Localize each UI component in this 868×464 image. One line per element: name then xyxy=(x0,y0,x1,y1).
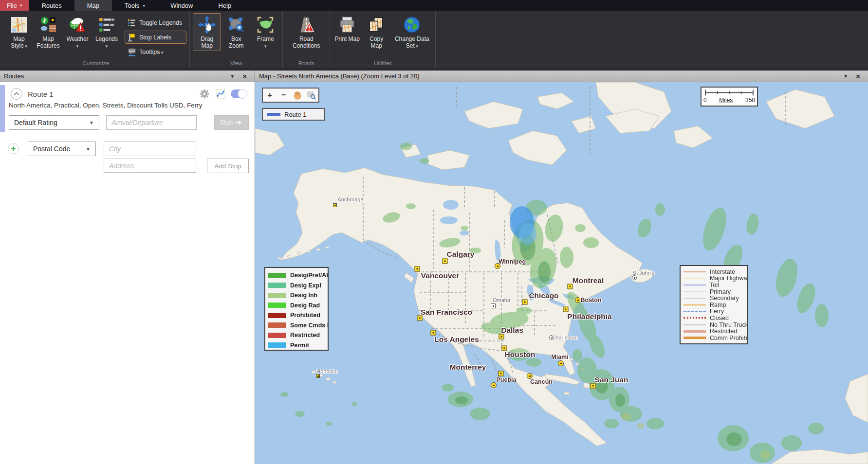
pan-hand-button[interactable] xyxy=(292,89,303,101)
legend-label: Desig Expl xyxy=(290,282,321,289)
menu-tools-label: Tools xyxy=(125,2,139,9)
legend-row: Prohibited xyxy=(268,310,325,321)
menu-help[interactable]: Help xyxy=(205,0,244,11)
rating-select[interactable]: Default Rating ▼ xyxy=(9,115,99,130)
city-layer: Anchorage Calgary Winnipeg Vancouver Mon… xyxy=(255,82,868,464)
address-input[interactable] xyxy=(104,159,196,173)
legend-label: Permit xyxy=(290,342,309,349)
legends-button[interactable]: Legends xyxy=(92,13,121,52)
toggle-legends-button[interactable]: Toggle Legends xyxy=(125,16,186,29)
app-window: File ▾ Routes Map Tools ● Window Help Ma… xyxy=(0,0,868,464)
map-canvas[interactable]: Anchorage Calgary Winnipeg Vancouver Mon… xyxy=(255,82,868,464)
city-marker[interactable] xyxy=(563,307,569,312)
city-marker[interactable] xyxy=(415,267,420,272)
city-label: Winnipeg xyxy=(499,258,526,265)
tooltips-button[interactable]: Icon Tooltips xyxy=(125,45,186,58)
city-marker[interactable] xyxy=(632,275,637,280)
city-marker[interactable] xyxy=(499,371,504,376)
city-marker[interactable] xyxy=(491,382,497,388)
stop-labels-button[interactable]: Stop Labels xyxy=(125,31,186,44)
stop-labels-icon xyxy=(127,33,136,42)
routes-collapse-icon[interactable]: ▼ xyxy=(226,73,239,79)
ribbon-group-view: Drag Map Box Zoom Frame View xyxy=(190,11,283,68)
menu-tools[interactable]: Tools ● xyxy=(112,0,158,11)
legend-label: Toll xyxy=(710,282,719,288)
zoom-in-button[interactable]: + xyxy=(264,89,276,101)
legend-row: Comm Prohibi xyxy=(683,335,744,341)
legend-row: Permit xyxy=(268,340,325,351)
menu-window[interactable]: Window xyxy=(158,0,205,11)
city-input[interactable] xyxy=(104,142,196,156)
route-options-summary: North America, Practical, Open, Streets,… xyxy=(9,102,202,109)
map-style-icon xyxy=(11,16,27,34)
legend-row: No Thru Truck xyxy=(683,321,744,328)
run-button[interactable]: Run xyxy=(214,115,249,130)
city-label: San Francisco xyxy=(421,308,472,317)
change-data-set-button[interactable]: Change Data Set xyxy=(391,13,432,52)
box-zoom-button[interactable]: Box Zoom xyxy=(222,13,250,51)
city-label: Puebla xyxy=(497,376,517,383)
road-line-sample xyxy=(683,311,706,312)
toggle-knob xyxy=(238,89,247,99)
frame-label: Frame xyxy=(257,36,274,50)
route-frame-icon[interactable] xyxy=(216,89,225,101)
route-collapse-button[interactable] xyxy=(11,88,22,100)
map-style-button[interactable]: Map Style xyxy=(5,13,33,52)
weather-button[interactable]: Weather xyxy=(63,13,92,52)
legend-label: Desig/Pref/Alt xyxy=(290,272,329,279)
route-visibility-toggle[interactable] xyxy=(231,89,247,98)
legend-color-chip xyxy=(268,293,286,298)
legend-label: Restricted xyxy=(290,332,320,339)
menu-map[interactable]: Map xyxy=(74,0,112,11)
route-name: Route 1 xyxy=(28,90,54,98)
city-marker[interactable] xyxy=(522,300,528,305)
routes-close-icon[interactable]: × xyxy=(239,72,251,80)
copy-map-button[interactable]: Copy Map xyxy=(362,13,390,51)
group-label-customize: Customize xyxy=(5,59,186,68)
road-conditions-button[interactable]: Road Conditions xyxy=(286,13,327,51)
city-label: Chicago xyxy=(529,291,558,300)
routes-panel: Routes ▼ × Route 1 North America, Practi… xyxy=(0,71,255,464)
menu-routes[interactable]: Routes xyxy=(29,0,74,11)
city-marker[interactable] xyxy=(443,259,448,264)
city-marker[interactable] xyxy=(431,330,436,336)
box-zoom-tool-button[interactable] xyxy=(306,89,317,101)
add-stop-plus-icon[interactable]: + xyxy=(8,143,19,154)
map-route-legend[interactable]: Route 1 xyxy=(262,108,325,121)
map-close-icon[interactable]: × xyxy=(852,72,864,80)
route-line-sample xyxy=(267,113,280,116)
legend-row: Ferry xyxy=(683,308,744,315)
box-zoom-icon xyxy=(227,16,245,34)
city-marker[interactable] xyxy=(316,374,320,378)
city-label: Cancún xyxy=(530,378,553,385)
menu-file[interactable]: File ▾ xyxy=(0,0,29,11)
zoom-out-button[interactable]: − xyxy=(278,89,290,101)
routes-panel-title: Routes xyxy=(4,72,226,80)
city-marker[interactable] xyxy=(575,297,581,303)
arrival-departure-input[interactable] xyxy=(106,115,197,130)
legend-row: Desig Rad xyxy=(268,301,325,311)
map-features-icon xyxy=(40,16,56,34)
drag-map-button[interactable]: Drag Map xyxy=(193,13,221,51)
legend-label: Closed xyxy=(710,315,729,321)
city-label: Dallas xyxy=(501,326,523,335)
chevron-down-icon: ▾ xyxy=(20,3,22,8)
city-marker[interactable] xyxy=(333,203,337,207)
ribbon: Map Style Map Features Weather xyxy=(0,11,868,68)
ribbon-group-utilities: Print Map Copy Map Change Data Set Utili… xyxy=(330,11,436,68)
road-line-sample xyxy=(683,285,706,286)
route-settings-gear-icon[interactable] xyxy=(200,89,209,101)
city-marker[interactable] xyxy=(558,360,564,366)
map-collapse-icon[interactable]: ▼ xyxy=(839,73,852,79)
ribbon-group-roads: Road Conditions Roads xyxy=(283,11,330,68)
legend-row: Secondary xyxy=(683,295,744,302)
stop-type-select[interactable]: Postal Code ▼ xyxy=(28,142,96,156)
run-arrow-icon xyxy=(235,120,242,125)
print-map-button[interactable]: Print Map xyxy=(333,13,361,44)
add-stop-button[interactable]: Add Stop xyxy=(207,159,249,173)
city-marker[interactable] xyxy=(491,303,496,308)
map-features-button[interactable]: Map Features xyxy=(34,13,62,51)
map-toolbar: + − xyxy=(262,88,319,103)
city-marker[interactable] xyxy=(499,334,504,339)
frame-button[interactable]: Frame xyxy=(251,13,279,52)
